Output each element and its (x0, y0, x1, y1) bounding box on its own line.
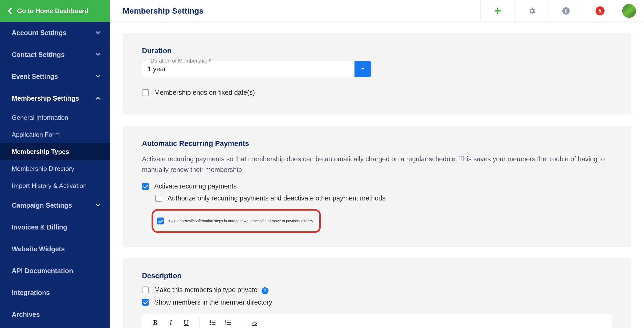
sidebar-item-label: Campaign Settings (12, 202, 72, 209)
sidebar-item-archives[interactable]: Archives (0, 304, 110, 325)
sidebar-sub-label: Application Form (12, 131, 60, 138)
sidebar-item-label: Membership Settings (12, 95, 79, 102)
skip-approval-label: Skip approval/confirmation steps in auto… (169, 219, 314, 223)
sidebar-item-api-documentation[interactable]: API Documentation (0, 260, 110, 282)
sidebar-sub-application-form[interactable]: Application Form (0, 126, 110, 143)
svg-rect-1 (565, 10, 566, 13)
sidebar-item-label: Website Widgets (12, 245, 65, 253)
chevron-up-icon (96, 96, 100, 101)
fixed-dates-label: Membership ends on fixed date(s) (154, 89, 255, 96)
underline-button[interactable]: U (182, 319, 190, 327)
sidebar-sub-label: Membership Types (12, 148, 69, 155)
fixed-dates-checkbox[interactable] (142, 89, 149, 96)
svg-point-2 (565, 9, 566, 10)
activate-recurring-checkbox[interactable] (142, 183, 149, 190)
bullet-list-icon (209, 319, 216, 326)
sidebar-item-membership-settings[interactable]: Membership Settings (0, 87, 110, 109)
show-members-checkbox[interactable] (142, 299, 149, 306)
numbered-list-icon: 123 (225, 319, 231, 326)
bullet-list-button[interactable] (209, 319, 217, 327)
sidebar-item-label: Account Settings (12, 29, 67, 37)
sidebar-item-label: Contact Settings (12, 51, 65, 59)
duration-field: Duration of Membership * 1 year (142, 61, 371, 77)
show-members-label: Show members in the member directory (154, 298, 272, 306)
sidebar-item-label: Integrations (12, 289, 50, 297)
sidebar-item-label: Invoices & Billing (12, 223, 67, 231)
skip-approval-highlight: Skip approval/confirmation steps in auto… (152, 209, 321, 233)
chevron-down-icon (96, 203, 100, 208)
content-scroll[interactable]: Duration Duration of Membership * 1 year… (110, 22, 644, 328)
chevron-left-icon (7, 7, 12, 15)
description-panel: Description Make this membership type pr… (123, 258, 631, 328)
notifications-button[interactable]: 5 (583, 0, 617, 22)
svg-point-5 (210, 322, 211, 323)
sidebar-sub-label: General Information (12, 114, 68, 121)
sidebar-item-label: API Documentation (12, 267, 73, 275)
private-checkbox[interactable] (142, 286, 149, 293)
sidebar-sub-membership-types[interactable]: Membership Types (0, 143, 110, 160)
avatar[interactable] (622, 4, 636, 18)
recurring-desc: Activate recurring payments so that memb… (142, 154, 612, 175)
help-icon[interactable]: ? (262, 287, 268, 294)
header-actions: 5 (480, 0, 644, 22)
sidebar-item-account-settings[interactable]: Account Settings (0, 22, 110, 44)
description-title: Description (142, 272, 612, 280)
toolbar-separator (241, 319, 241, 327)
bold-button[interactable]: B (151, 319, 159, 327)
header: Membership Settings 5 (110, 0, 644, 22)
settings-button[interactable] (515, 0, 549, 22)
sidebar-item-label: Event Settings (12, 73, 58, 80)
chevron-down-icon (96, 52, 100, 57)
numbered-list-button[interactable]: 123 (224, 319, 232, 327)
sidebar-sub-label: Import History & Activation (12, 182, 87, 190)
sidebar-sub-membership-directory[interactable]: Membership Directory (0, 160, 110, 177)
duration-dropdown-toggle[interactable] (354, 61, 371, 77)
sidebar-sub-import-history[interactable]: Import History & Activation (0, 177, 110, 194)
authorize-only-row: Authorize only recurring payments and de… (155, 194, 612, 202)
sidebar-item-label: Archives (12, 311, 40, 318)
sidebar-sub-general-information[interactable]: General Information (0, 109, 110, 126)
eraser-icon (251, 319, 258, 326)
duration-title: Duration (142, 47, 612, 55)
chevron-down-icon (96, 30, 100, 35)
page-title: Membership Settings (123, 6, 480, 15)
duration-float-label: Duration of Membership * (148, 58, 213, 64)
home-button-label: Go to Home Dashboard (17, 7, 88, 15)
toolbar-separator (199, 319, 199, 327)
sidebar-item-integrations[interactable]: Integrations (0, 282, 110, 304)
italic-button[interactable]: I (167, 319, 175, 327)
gear-icon (528, 7, 536, 15)
main-area: Membership Settings 5 Duratio (110, 0, 644, 328)
home-dashboard-button[interactable]: Go to Home Dashboard (0, 0, 110, 22)
rich-text-editor: B I U 123 (142, 314, 612, 328)
activate-recurring-label: Activate recurring payments (154, 182, 237, 190)
recurring-panel: Automatic Recurring Payments Activate re… (123, 126, 631, 247)
sidebar-item-contact-settings[interactable]: Contact Settings (0, 44, 110, 65)
sidebar-item-website-widgets[interactable]: Website Widgets (0, 238, 110, 260)
notification-badge: 5 (596, 6, 605, 15)
authorize-only-label: Authorize only recurring payments and de… (168, 194, 386, 202)
private-row: Make this membership type private ? (142, 286, 612, 294)
recurring-title: Automatic Recurring Payments (142, 140, 612, 148)
private-label: Make this membership type private ? (154, 286, 268, 294)
skip-approval-checkbox[interactable] (157, 218, 164, 224)
duration-panel: Duration Duration of Membership * 1 year… (123, 33, 631, 114)
info-icon (562, 7, 570, 15)
svg-point-7 (210, 324, 211, 325)
sidebar-item-invoices-billing[interactable]: Invoices & Billing (0, 216, 110, 238)
editor-toolbar: B I U 123 (142, 314, 612, 328)
chevron-down-icon (96, 74, 100, 79)
add-button[interactable] (480, 0, 515, 22)
text-style-group: B I U (151, 319, 190, 327)
authorize-only-checkbox[interactable] (155, 195, 162, 202)
svg-point-3 (210, 320, 211, 321)
fixed-dates-row: Membership ends on fixed date(s) (142, 89, 612, 96)
list-group: 123 (209, 319, 232, 327)
sidebar-item-event-settings[interactable]: Event Settings (0, 65, 110, 87)
caret-down-icon (361, 68, 365, 70)
info-button[interactable] (549, 0, 583, 22)
clear-format-button[interactable] (250, 319, 258, 327)
sidebar-item-campaign-settings[interactable]: Campaign Settings (0, 194, 110, 216)
show-members-row: Show members in the member directory (142, 298, 612, 306)
private-label-text: Make this membership type private (154, 286, 258, 293)
